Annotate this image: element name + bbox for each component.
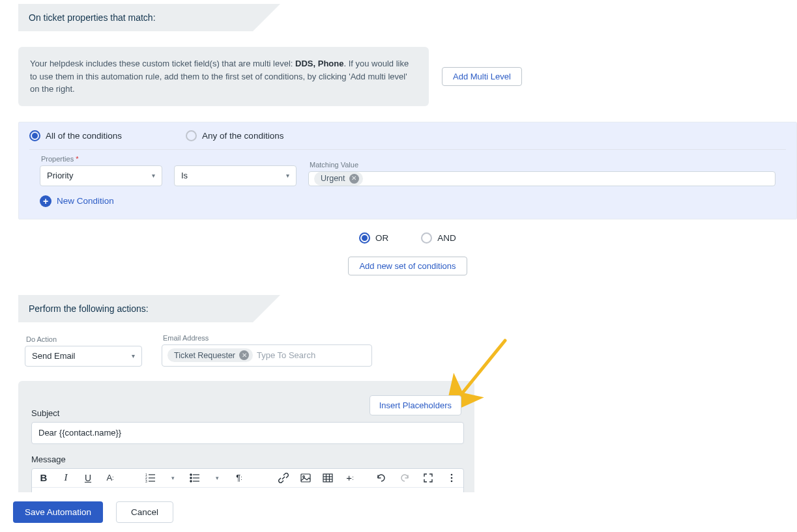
footer-bar: Save Automation Cancel <box>0 492 797 532</box>
multi-level-info: Your helpdesk includes these custom tick… <box>18 47 429 106</box>
operator-select[interactable]: Is <box>174 165 297 186</box>
plus-icon: + <box>40 195 51 207</box>
svg-point-7 <box>190 473 192 475</box>
insert-placeholders-button[interactable]: Insert Placeholders <box>370 395 461 415</box>
add-new-set-button[interactable]: Add new set of conditions <box>348 257 467 275</box>
value-chip: Urgent ✕ <box>314 172 363 186</box>
properties-label: Properties * <box>40 155 162 163</box>
svg-point-11 <box>190 480 192 481</box>
section-conditions-header: On ticket properties that match: <box>18 4 253 31</box>
radio-unselected-icon <box>421 232 432 244</box>
paragraph-icon[interactable]: ¶: <box>234 473 244 483</box>
fullscreen-icon[interactable] <box>423 473 433 483</box>
save-automation-button[interactable]: Save Automation <box>13 501 103 523</box>
unordered-list-icon[interactable] <box>190 473 200 483</box>
radio-selected-icon <box>359 232 370 244</box>
more-icon[interactable] <box>446 473 457 483</box>
svg-point-9 <box>190 477 192 478</box>
ordered-list-icon[interactable]: 123 <box>145 473 156 483</box>
remove-chip-icon[interactable]: ✕ <box>349 174 359 184</box>
svg-point-21 <box>451 477 453 479</box>
email-chip: Ticket Requester ✕ <box>167 348 253 362</box>
underline-icon[interactable]: U <box>83 473 93 483</box>
remove-chip-icon[interactable]: ✕ <box>239 350 249 360</box>
chevron-down-icon[interactable]: ▾ <box>212 473 222 483</box>
properties-select[interactable]: Priority <box>40 165 162 186</box>
chevron-down-icon[interactable]: ▾ <box>167 473 178 483</box>
do-action-label: Do Action <box>25 335 142 343</box>
do-action-select[interactable]: Send Email <box>25 346 142 367</box>
radio-any-conditions[interactable]: Any of the conditions <box>186 130 283 141</box>
matching-value-label: Matching Value <box>308 161 775 169</box>
svg-rect-15 <box>323 474 332 482</box>
email-search-input[interactable] <box>257 350 366 360</box>
section-actions-header: Perform the following actions: <box>18 295 253 322</box>
new-condition-button[interactable]: + New Condition <box>29 186 786 219</box>
radio-and[interactable]: AND <box>421 232 456 244</box>
radio-or[interactable]: OR <box>359 232 388 244</box>
rte-toolbar: B I U A: 123 ▾ ▾ ¶: <box>32 469 463 488</box>
subject-input[interactable] <box>31 422 464 444</box>
bold-icon[interactable]: B <box>38 473 49 483</box>
italic-icon[interactable]: I <box>61 473 71 483</box>
conditions-panel: All of the conditions Any of the conditi… <box>18 122 797 219</box>
radio-all-conditions[interactable]: All of the conditions <box>29 130 122 141</box>
more-format-icon[interactable]: +: <box>345 473 355 483</box>
svg-point-20 <box>451 473 453 475</box>
font-icon[interactable]: A: <box>105 473 115 483</box>
section-actions-title: Perform the following actions: <box>29 303 149 314</box>
cancel-button[interactable]: Cancel <box>116 501 173 523</box>
radio-unselected-icon <box>186 130 197 141</box>
svg-point-14 <box>303 475 305 477</box>
svg-text:3: 3 <box>145 479 147 483</box>
matching-value-input[interactable]: Urgent ✕ <box>308 171 775 186</box>
email-address-label: Email Address <box>162 334 372 342</box>
link-icon[interactable] <box>278 473 289 483</box>
redo-icon[interactable] <box>399 473 410 483</box>
radio-selected-icon <box>29 130 40 141</box>
email-address-field[interactable]: Ticket Requester ✕ <box>162 344 372 367</box>
table-icon[interactable] <box>323 473 333 483</box>
svg-point-22 <box>451 480 453 482</box>
section-conditions-title: On ticket properties that match: <box>29 12 156 23</box>
undo-icon[interactable] <box>376 473 386 483</box>
message-label: Message <box>31 455 461 464</box>
add-multi-level-button[interactable]: Add Multi Level <box>442 67 522 86</box>
image-icon[interactable] <box>300 473 311 483</box>
